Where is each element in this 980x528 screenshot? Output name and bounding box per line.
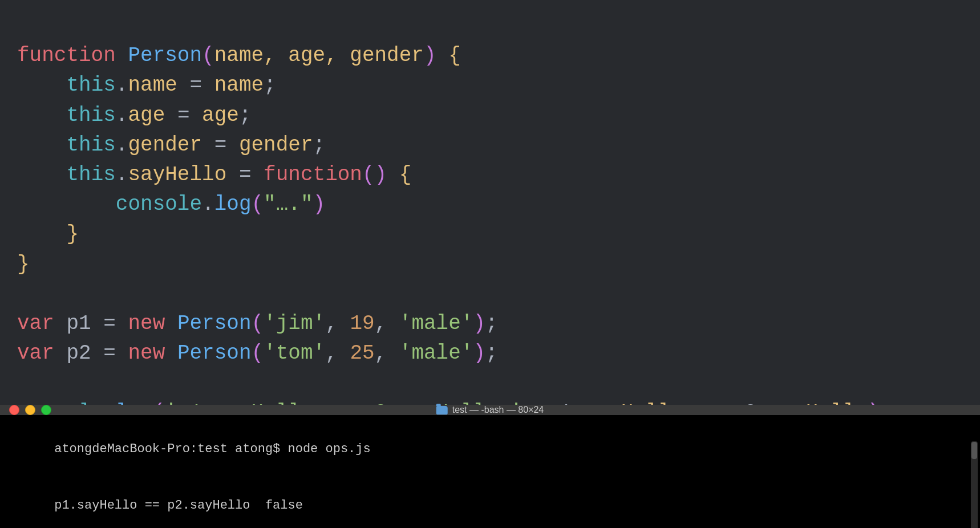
minimize-button[interactable]: [25, 405, 35, 415]
terminal-output-line1: p1.sayHello == p2.sayHello false: [9, 477, 971, 528]
terminal-command: node ops.js: [288, 442, 371, 456]
terminal-prompt: atongdeMacBook-Pro:test atong$: [54, 442, 287, 456]
code-content: function Person(name, age, gender) { thi…: [17, 11, 963, 405]
terminal-scrollbar[interactable]: [971, 441, 978, 528]
maximize-button[interactable]: [41, 405, 51, 415]
terminal-window: test — -bash — 80×24 atongdeMacBook-Pro:…: [0, 405, 980, 528]
code-editor: function Person(name, age, gender) { thi…: [0, 0, 980, 405]
terminal-scrollbar-thumb[interactable]: [971, 442, 977, 459]
terminal-title-text: test — -bash — 80×24: [452, 405, 544, 415]
terminal-title: test — -bash — 80×24: [436, 405, 544, 415]
terminal-command-line: atongdeMacBook-Pro:test atong$ node ops.…: [9, 421, 971, 477]
terminal-titlebar: test — -bash — 80×24: [0, 405, 980, 415]
close-button[interactable]: [9, 405, 19, 415]
terminal-body[interactable]: atongdeMacBook-Pro:test atong$ node ops.…: [0, 415, 980, 528]
terminal-output-text: p1.sayHello == p2.sayHello false: [54, 498, 303, 513]
folder-icon: [436, 406, 448, 415]
